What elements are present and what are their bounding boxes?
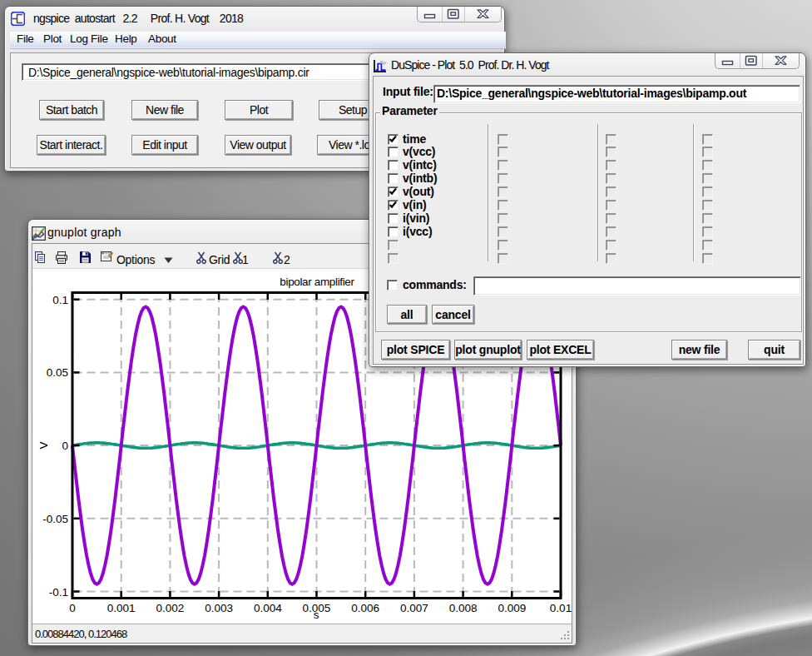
- svg-text:s: s: [314, 609, 319, 621]
- svg-text:-0.05: -0.05: [42, 513, 68, 525]
- svg-text:0: 0: [69, 602, 76, 614]
- svg-text:0.004: 0.004: [254, 602, 282, 614]
- svg-text:0.008: 0.008: [449, 602, 478, 614]
- svg-text:bipolar amplifier: bipolar amplifier: [280, 276, 354, 288]
- svg-text:-0.1: -0.1: [49, 586, 68, 599]
- svg-text:Sp: Sp: [380, 60, 387, 65]
- svg-text:0.001: 0.001: [107, 602, 136, 614]
- svg-text:0: 0: [62, 440, 68, 452]
- svg-text:0.006: 0.006: [351, 602, 379, 614]
- svg-text:0.009: 0.009: [498, 602, 526, 614]
- svg-text:0.05: 0.05: [47, 366, 68, 379]
- svg-text:0.007: 0.007: [400, 602, 428, 614]
- svg-text:0.1: 0.1: [52, 294, 68, 306]
- svg-text:0.003: 0.003: [205, 602, 233, 614]
- svg-text:0.01: 0.01: [550, 602, 572, 614]
- svg-text:0.002: 0.002: [156, 602, 185, 614]
- svg-text:V: V: [37, 441, 50, 449]
